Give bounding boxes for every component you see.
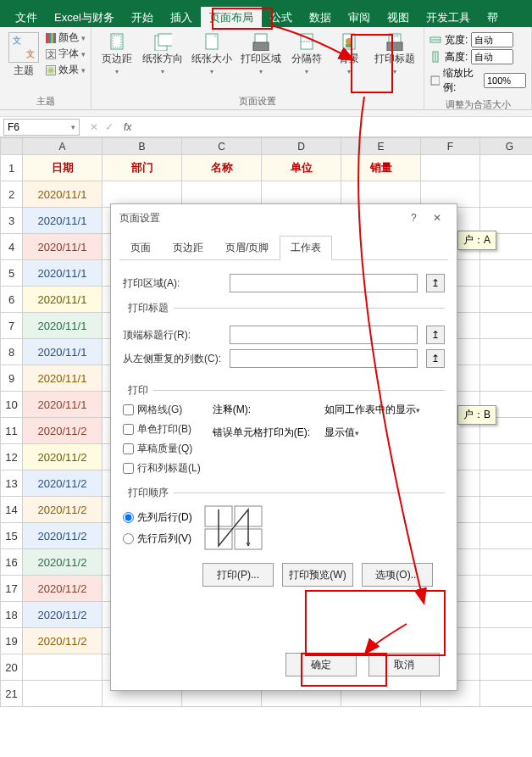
row-header[interactable]: 7 — [1, 313, 23, 339]
cell-date[interactable]: 2020/11/2 — [23, 497, 103, 523]
tab-0[interactable]: 文件 — [7, 7, 46, 27]
cell-date[interactable]: 2020/11/1 — [23, 260, 103, 287]
ps-btn-5[interactable]: 背景▾ — [329, 31, 369, 80]
ps-btn-2[interactable]: 纸张大小▾ — [188, 31, 236, 80]
select-all[interactable] — [1, 138, 23, 155]
row-header[interactable]: 1 — [1, 155, 23, 181]
theme-colors[interactable]: 颜色▾ — [46, 31, 86, 45]
cell-date[interactable]: 2020/11/1 — [23, 392, 103, 418]
left-cols-range-btn[interactable]: ↥ — [426, 349, 445, 368]
row-header[interactable]: 20 — [1, 654, 23, 681]
cell-date[interactable]: 2020/11/2 — [23, 602, 103, 628]
row-header[interactable]: 19 — [1, 628, 23, 654]
cell-date[interactable]: 2020/11/2 — [23, 418, 103, 444]
fx-confirm-icon[interactable]: ✓ — [105, 121, 114, 133]
tab-8[interactable]: 视图 — [379, 7, 418, 27]
row-header[interactable]: 13 — [1, 470, 23, 497]
row-header[interactable]: 12 — [1, 444, 23, 470]
row-header[interactable]: 6 — [1, 287, 23, 313]
dlg-tab-3[interactable]: 工作表 — [280, 236, 332, 260]
theme-fonts[interactable]: 文字体▾ — [46, 47, 86, 61]
top-rows-range-btn[interactable]: ↥ — [426, 326, 445, 344]
theme-button[interactable]: 文文 主题 — [5, 31, 42, 78]
col-header-G[interactable]: G — [480, 138, 533, 155]
row-header[interactable]: 18 — [1, 602, 23, 628]
tab-6[interactable]: 数据 — [301, 7, 340, 27]
dialog-help-icon[interactable]: ? — [404, 212, 424, 224]
row-header[interactable]: 9 — [1, 365, 23, 392]
cell-date[interactable]: 2020/11/1 — [23, 287, 103, 313]
dlg-tab-2[interactable]: 页眉/页脚 — [214, 236, 280, 260]
row-header[interactable]: 11 — [1, 418, 23, 444]
radio-col-first[interactable]: 先列后行(D) — [123, 510, 192, 525]
fx-icon[interactable]: fx — [120, 121, 131, 133]
header-cell[interactable]: 销量 — [341, 155, 421, 181]
cell-date[interactable]: 2020/11/2 — [23, 549, 103, 576]
ps-btn-4[interactable]: 分隔符▾ — [286, 31, 327, 80]
cell-date[interactable]: 2020/11/1 — [23, 208, 103, 234]
cell-date[interactable]: 2020/11/2 — [23, 628, 103, 654]
ok-button[interactable]: 确定 — [285, 653, 357, 676]
col-header-C[interactable]: C — [182, 138, 262, 155]
tab-9[interactable]: 开发工具 — [418, 7, 479, 27]
scale-spinner[interactable] — [484, 73, 526, 88]
left-cols-input[interactable] — [230, 349, 418, 368]
cell-date[interactable]: 2020/11/2 — [23, 523, 103, 549]
row-header[interactable]: 5 — [1, 260, 23, 287]
tab-5[interactable]: 公式 — [262, 7, 301, 27]
name-box[interactable]: F6▾ — [3, 119, 80, 136]
cell-date[interactable]: 2020/11/1 — [23, 181, 103, 208]
row-header[interactable]: 17 — [1, 576, 23, 602]
dlg-tab-0[interactable]: 页面 — [119, 236, 162, 260]
col-header-E[interactable]: E — [341, 138, 421, 155]
header-cell[interactable]: 单位 — [262, 155, 341, 181]
header-cell[interactable]: 日期 — [23, 155, 103, 181]
col-header-B[interactable]: B — [103, 138, 182, 155]
options-button[interactable]: 选项(O)... — [362, 563, 433, 587]
row-header[interactable]: 14 — [1, 497, 23, 523]
radio-row-first[interactable]: 先行后列(V) — [123, 532, 192, 546]
fx-cancel-icon[interactable]: ✕ — [90, 121, 98, 133]
print-area-range-btn[interactable]: ↥ — [426, 274, 445, 292]
dialog-close-icon[interactable]: ✕ — [426, 212, 448, 224]
tab-10[interactable]: 帮 — [479, 7, 507, 27]
row-header[interactable]: 10 — [1, 392, 23, 418]
row-header[interactable]: 8 — [1, 339, 23, 365]
cell-date[interactable]: 2020/11/1 — [23, 313, 103, 339]
ps-btn-1[interactable]: 纸张方向▾ — [139, 31, 186, 80]
dlg-tab-1[interactable]: 页边距 — [162, 236, 214, 260]
width-combo[interactable] — [471, 32, 513, 47]
theme-effects[interactable]: 效果▾ — [46, 63, 86, 77]
header-cell[interactable]: 部门 — [103, 155, 182, 181]
row-header[interactable]: 16 — [1, 549, 23, 576]
cell-date[interactable]: 2020/11/1 — [23, 339, 103, 365]
error-combo[interactable]: 显示值▾ — [321, 426, 363, 440]
chk-3[interactable]: 行和列标题(L) — [123, 461, 201, 476]
row-header[interactable]: 4 — [1, 234, 23, 260]
row-header[interactable]: 3 — [1, 208, 23, 234]
tab-4[interactable]: 页面布局 — [201, 7, 262, 27]
cell-date[interactable]: 2020/11/2 — [23, 470, 103, 497]
top-rows-input[interactable] — [230, 326, 418, 344]
chk-2[interactable]: 草稿质量(Q) — [123, 442, 201, 456]
comment-combo[interactable]: 如同工作表中的显示▾ — [321, 403, 424, 417]
tab-1[interactable]: Excel与财务 — [46, 7, 123, 27]
row-header[interactable]: 21 — [1, 681, 23, 707]
ps-btn-3[interactable]: 打印区域▾ — [237, 31, 285, 80]
cell-date[interactable]: 2020/11/2 — [23, 444, 103, 470]
tab-7[interactable]: 审阅 — [340, 7, 379, 27]
height-combo[interactable] — [471, 49, 513, 64]
header-cell[interactable]: 名称 — [182, 155, 262, 181]
tab-2[interactable]: 开始 — [123, 7, 162, 27]
print-button[interactable]: 打印(P)... — [202, 563, 274, 587]
row-header[interactable]: 15 — [1, 523, 23, 549]
cell-date[interactable]: 2020/11/1 — [23, 234, 103, 260]
col-header-A[interactable]: A — [23, 138, 103, 155]
preview-button[interactable]: 打印预览(W) — [282, 563, 353, 587]
cell-date[interactable]: 2020/11/1 — [23, 365, 103, 392]
ps-btn-0[interactable]: 页边距▾ — [97, 31, 137, 80]
row-header[interactable]: 2 — [1, 181, 23, 208]
cell-date[interactable]: 2020/11/2 — [23, 576, 103, 602]
col-header-D[interactable]: D — [262, 138, 341, 155]
chk-0[interactable]: 网格线(G) — [123, 403, 201, 417]
